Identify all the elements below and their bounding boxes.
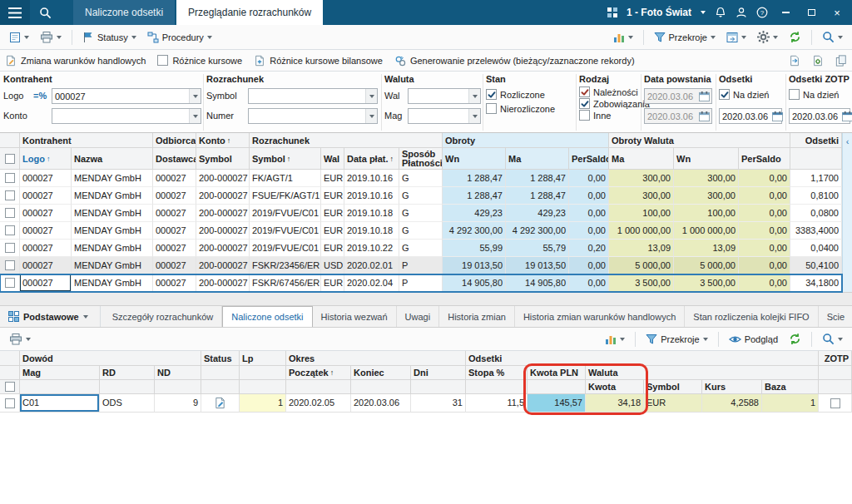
cell-konto[interactable]: 200-000027 xyxy=(196,170,250,187)
row-select-checkbox[interactable] xyxy=(0,187,20,205)
cell-sposob[interactable]: G xyxy=(399,187,443,205)
cell-kwota[interactable]: 34,18 xyxy=(586,394,644,413)
zotp-date-field[interactable]: 2020.03.06 xyxy=(789,108,850,124)
column-header-poczatek[interactable]: Początek↑ xyxy=(286,366,351,380)
cell-ow_persaldo[interactable]: 0,00 xyxy=(739,187,790,205)
table-row[interactable]: 000027MENDAY GmbH000027200-0000272019/FV… xyxy=(0,222,842,240)
column-header-wn[interactable]: Wn xyxy=(443,148,506,170)
inne-checkbox[interactable]: Inne xyxy=(579,110,611,121)
wal-combobox[interactable] xyxy=(408,88,481,104)
checkbox-checked-icon[interactable] xyxy=(579,98,590,109)
cell-konto[interactable]: 200-000027 xyxy=(196,274,250,292)
cell-ow_persaldo[interactable]: 0,00 xyxy=(739,240,790,257)
cell-ma[interactable]: 1 288,47 xyxy=(506,187,569,205)
cell-symbol[interactable]: 2019/FVUE/C01 xyxy=(250,222,321,240)
cell-nazwa[interactable]: MENDAY GmbH xyxy=(72,257,153,274)
checkbox-icon[interactable] xyxy=(579,110,590,121)
cell-wn[interactable]: 1 288,47 xyxy=(443,170,506,187)
column-header-nd[interactable]: ND xyxy=(155,366,201,380)
refresh-button[interactable] xyxy=(785,28,805,46)
column-header-nazwa[interactable]: Nazwa xyxy=(72,148,153,170)
cell-ow_wn[interactable]: 100,00 xyxy=(674,205,739,222)
chart-button[interactable] xyxy=(601,331,629,348)
chevron-down-icon[interactable] xyxy=(26,338,31,341)
cell-nazwa[interactable]: MENDAY GmbH xyxy=(72,240,153,257)
cell-ow_wn[interactable]: 300,00 xyxy=(674,170,739,187)
cell-ow_ma[interactable]: 5 000,00 xyxy=(609,257,674,274)
copy-button[interactable] xyxy=(835,55,847,67)
table-row[interactable]: 000027MENDAY GmbH000027200-0000272019/FV… xyxy=(0,205,842,222)
cell-persaldo[interactable]: 0,00 xyxy=(569,222,609,240)
chevron-down-icon[interactable] xyxy=(741,36,746,39)
group-header-obroty-waluta[interactable]: Obroty Waluta xyxy=(609,133,790,148)
chevron-down-icon[interactable] xyxy=(773,36,778,39)
match-mode-button[interactable]: =% xyxy=(33,91,47,101)
cell-symbol[interactable]: 2019/FVUE/C01 xyxy=(250,240,321,257)
cell-ow_wn[interactable]: 300,00 xyxy=(674,187,739,205)
group-header-odsetki[interactable]: Odsetki xyxy=(790,133,842,148)
table-row[interactable]: 000027MENDAY GmbH000027200-000027FSKR/67… xyxy=(0,274,842,292)
row-select-checkbox[interactable] xyxy=(0,257,20,274)
document-settings-button[interactable] xyxy=(812,55,824,67)
cell-persaldo[interactable]: 0,00 xyxy=(569,205,609,222)
cell-logo[interactable]: 000027 xyxy=(20,240,72,257)
cell-konto[interactable]: 200-000027 xyxy=(196,257,250,274)
cell-data[interactable]: 2019.10.22 xyxy=(344,240,399,257)
cell-wal[interactable]: EUR xyxy=(321,187,344,205)
chevron-down-icon[interactable] xyxy=(620,338,625,341)
cell-kwota-pln[interactable]: 145,57 xyxy=(528,394,586,413)
cell-dostawca[interactable]: 000027 xyxy=(153,274,196,292)
tab-historia-zmian[interactable]: Historia zmian xyxy=(439,306,515,327)
cell-logo[interactable]: 000027 xyxy=(20,170,72,187)
cell-data[interactable]: 2020.02.04 xyxy=(344,274,399,292)
panel-splitter[interactable] xyxy=(0,292,852,306)
cell-koniec[interactable]: 2020.03.06 xyxy=(351,394,411,413)
chevron-down-icon[interactable] xyxy=(131,36,136,39)
cell-ow_wn[interactable]: 1 000 000,00 xyxy=(674,222,739,240)
cell-wal[interactable]: EUR xyxy=(321,170,344,187)
row-select-checkbox[interactable] xyxy=(0,394,20,413)
cell-wn[interactable]: 4 292 300,00 xyxy=(443,222,506,240)
cell-ow_ma[interactable]: 300,00 xyxy=(609,170,674,187)
cell-nd[interactable]: 9 xyxy=(155,394,201,413)
column-header-stopa[interactable]: Stopa % xyxy=(466,366,528,380)
checkbox-checked-icon[interactable] xyxy=(579,86,590,97)
cell-symbol[interactable]: EUR xyxy=(644,394,702,413)
chevron-down-icon[interactable] xyxy=(83,315,88,319)
group-header-zotp[interactable]: ZOTP xyxy=(819,351,852,366)
cell-ma[interactable]: 14 905,80 xyxy=(506,274,569,292)
chevron-down-icon[interactable] xyxy=(207,36,212,39)
cell-ow_ma[interactable]: 300,00 xyxy=(609,187,674,205)
cell-nazwa[interactable]: MENDAY GmbH xyxy=(72,222,153,240)
cell-persaldo[interactable]: 0,00 xyxy=(569,274,609,292)
table-row[interactable]: 000027MENDAY GmbH000027200-0000272019/FV… xyxy=(0,240,842,257)
cell-wn[interactable]: 55,99 xyxy=(443,240,506,257)
cell-odsetki[interactable]: 50,4100 xyxy=(790,257,842,274)
cell-data[interactable]: 2019.10.18 xyxy=(344,205,399,222)
maximize-button[interactable] xyxy=(803,4,820,21)
settings-button[interactable] xyxy=(753,28,782,46)
cell-ow_persaldo[interactable]: 0,00 xyxy=(739,257,790,274)
column-header-waluta-ma[interactable]: Ma xyxy=(609,148,674,170)
zotp-na-dzien-checkbox[interactable]: Na dzień xyxy=(789,89,839,100)
cell-wn[interactable]: 14 905,80 xyxy=(443,274,506,292)
group-header-rozrachunek[interactable]: Rozrachunek xyxy=(250,133,443,148)
cell-persaldo[interactable]: 0,00 xyxy=(569,187,609,205)
tab-historia-zmian-warunkow[interactable]: Historia zmian warunków handlowych xyxy=(515,306,685,327)
chart-button[interactable] xyxy=(609,29,637,46)
select-all-checkbox[interactable] xyxy=(0,148,20,170)
tab-uwagi[interactable]: Uwagi xyxy=(397,306,440,327)
cell-logo[interactable]: 000027 xyxy=(20,222,72,240)
cell-wal[interactable]: EUR xyxy=(321,240,344,257)
cell-konto[interactable]: 200-000027 xyxy=(196,205,250,222)
export-button[interactable] xyxy=(789,55,800,67)
column-header-koniec[interactable]: Koniec xyxy=(351,366,411,380)
nierozliczone-checkbox[interactable]: Nierozliczone xyxy=(486,103,555,114)
cell-data[interactable]: 2020.02.01 xyxy=(344,257,399,274)
cell-symbol[interactable]: 2019/FVUE/C01 xyxy=(250,205,321,222)
cell-nazwa[interactable]: MENDAY GmbH xyxy=(72,274,153,292)
column-header-wal[interactable]: Wal xyxy=(321,148,344,170)
cell-dostawca[interactable]: 000027 xyxy=(153,222,196,240)
cell-sposob[interactable]: P xyxy=(399,274,443,292)
calendar-icon[interactable] xyxy=(697,91,711,101)
